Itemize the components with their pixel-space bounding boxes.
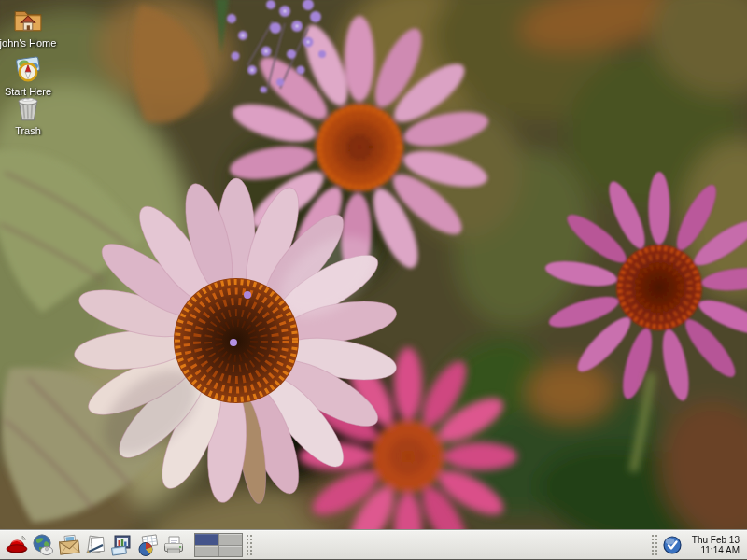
workspace-4[interactable] [219,546,243,557]
print-manager-launcher[interactable] [161,532,187,558]
clock-date: Thu Feb 13 [687,535,740,546]
spreadsheet-icon [135,533,160,557]
presentation-launcher[interactable] [108,532,134,558]
desktop-icon-label: john's Home [0,37,56,49]
panel-grab-handle[interactable] [651,534,659,556]
workspace-3[interactable] [195,546,218,557]
home-folder-icon [12,5,44,36]
update-notifier[interactable] [662,535,683,555]
main-menu-red-hat-icon [5,533,29,557]
workspace-1[interactable] [195,534,218,545]
main-menu-button[interactable] [4,532,30,558]
email-launcher[interactable] [56,532,82,558]
desktop-surface[interactable]: john's Home Start Here Trash [0,0,747,560]
workspace-switcher [194,533,243,557]
presentation-icon [109,533,134,557]
trash-icon [12,92,44,124]
update-notifier-icon [662,535,683,555]
desktop-icon-trash[interactable]: Trash [0,92,58,136]
workspace-2[interactable] [219,534,243,545]
spreadsheet-launcher[interactable] [134,532,161,558]
wallpaper-image [0,0,747,560]
desktop-icon-home[interactable]: john's Home [0,5,58,49]
printer-icon [162,533,186,557]
bottom-panel: Thu Feb 13 11:14 AM [0,530,747,560]
desktop-icon-label: Trash [15,125,41,136]
clock-time: 11:14 AM [687,545,740,556]
panel-clock[interactable]: Thu Feb 13 11:14 AM [687,535,740,556]
word-processor-icon [83,533,107,557]
word-processor-launcher[interactable] [82,532,108,558]
email-icon [57,533,81,557]
start-here-icon [12,53,44,85]
panel-grab-handle[interactable] [246,534,254,556]
web-browser-icon [31,533,55,557]
desktop-icon-start-here[interactable]: Start Here [0,53,58,97]
web-browser-launcher[interactable] [30,532,56,558]
